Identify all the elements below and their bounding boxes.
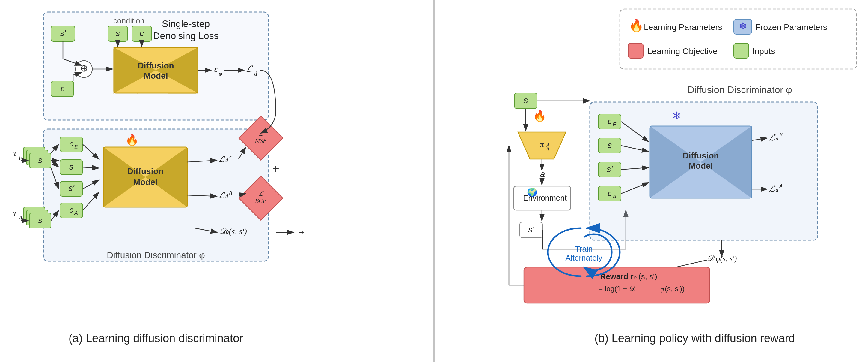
svg-text:🌍: 🌍	[527, 187, 537, 197]
svg-text:𝓛: 𝓛	[769, 132, 776, 142]
svg-text:(s, s'): (s, s')	[639, 272, 657, 281]
svg-line-86	[51, 144, 59, 153]
svg-text:s: s	[608, 140, 612, 150]
svg-text:c: c	[608, 117, 612, 126]
svg-rect-54	[60, 181, 83, 196]
svg-line-34	[73, 73, 82, 75]
svg-text:E: E	[779, 132, 782, 138]
svg-line-59	[83, 144, 99, 159]
svg-text:Inputs: Inputs	[752, 47, 775, 56]
svg-text:Alternately: Alternately	[565, 253, 602, 262]
svg-text:Model: Model	[133, 177, 158, 187]
svg-text:A: A	[229, 190, 232, 196]
svg-text:⊕: ⊕	[80, 63, 88, 74]
svg-text:d: d	[225, 193, 228, 199]
svg-rect-126	[520, 222, 542, 238]
svg-line-85	[51, 211, 59, 221]
svg-text:s': s'	[60, 29, 66, 38]
svg-rect-140	[598, 138, 621, 153]
svg-text:ε: ε	[214, 64, 217, 74]
svg-marker-18	[156, 48, 198, 93]
svg-text:φ: φ	[633, 274, 637, 280]
svg-rect-107	[734, 19, 752, 34]
svg-text:τ: τ	[13, 147, 17, 158]
svg-text:φ: φ	[219, 70, 222, 77]
svg-text:A: A	[546, 142, 550, 148]
svg-marker-14	[114, 48, 198, 93]
svg-text:s: s	[38, 156, 42, 165]
svg-text:Reward r: Reward r	[600, 272, 633, 281]
svg-text:Diffusion: Diffusion	[682, 151, 719, 160]
svg-text:s': s'	[528, 225, 534, 234]
svg-text:ε: ε	[61, 83, 64, 93]
svg-rect-43	[29, 153, 51, 168]
svg-rect-49	[60, 137, 83, 152]
svg-text:MSE: MSE	[255, 137, 267, 144]
svg-text:Diffusion: Diffusion	[127, 167, 163, 176]
svg-text:c: c	[69, 205, 73, 214]
svg-text:s: s	[38, 216, 42, 225]
svg-text:π: π	[540, 140, 544, 149]
svg-text:Train: Train	[575, 244, 593, 253]
svg-rect-136	[590, 102, 818, 240]
svg-rect-6	[108, 26, 128, 41]
svg-text:BCE: BCE	[255, 197, 267, 204]
svg-text:(a) Learning diffusion discrim: (a) Learning diffusion discriminator	[69, 332, 243, 344]
svg-text:🔥: 🔥	[533, 109, 547, 122]
svg-text:Model: Model	[689, 161, 713, 170]
svg-rect-110	[628, 43, 643, 58]
svg-rect-19	[114, 48, 198, 93]
svg-rect-47	[29, 213, 51, 228]
svg-text:𝓛: 𝓛	[218, 154, 225, 164]
svg-text:Single-step: Single-step	[162, 18, 210, 29]
svg-rect-42	[26, 150, 48, 165]
svg-marker-66	[145, 147, 187, 207]
svg-text:Model: Model	[144, 71, 168, 80]
svg-text:s': s'	[607, 165, 613, 174]
svg-text:a: a	[540, 169, 545, 179]
svg-rect-0	[43, 12, 268, 120]
svg-text:Diffusion Discriminator φ: Diffusion Discriminator φ	[687, 84, 792, 95]
svg-text:d: d	[225, 157, 228, 163]
svg-rect-41	[23, 147, 45, 162]
svg-text:condition: condition	[113, 16, 145, 25]
svg-line-87	[51, 161, 59, 167]
svg-line-29	[63, 59, 82, 65]
svg-text:❄: ❄	[739, 21, 747, 31]
svg-text:(b) Learning policy with diffu: (b) Learning policy with diffusion rewar…	[595, 332, 795, 344]
svg-line-156	[621, 167, 649, 170]
svg-text:E: E	[18, 154, 23, 162]
svg-marker-17	[114, 48, 156, 93]
svg-line-61	[83, 180, 99, 189]
svg-marker-65	[103, 147, 145, 207]
svg-line-77	[187, 195, 217, 196]
svg-text:Denoising Loss: Denoising Loss	[153, 30, 219, 41]
svg-line-164	[752, 138, 767, 140]
svg-text:A: A	[74, 210, 78, 216]
svg-text:d: d	[776, 187, 779, 193]
svg-rect-112	[734, 43, 749, 58]
svg-text:E: E	[229, 154, 232, 160]
svg-text:𝒟: 𝒟	[219, 227, 227, 236]
svg-marker-150	[701, 126, 752, 198]
svg-line-88	[51, 168, 59, 189]
svg-text:𝓛: 𝓛	[769, 184, 776, 193]
svg-text:φ(s, s'): φ(s, s')	[716, 254, 737, 263]
svg-rect-67	[103, 147, 187, 207]
svg-text:φ: φ	[660, 286, 664, 293]
svg-rect-89	[239, 116, 283, 160]
svg-text:Learning Objective: Learning Objective	[647, 47, 717, 56]
svg-text:→: →	[297, 227, 305, 236]
svg-text:A: A	[779, 183, 783, 189]
svg-rect-144	[598, 186, 621, 201]
svg-text:E: E	[74, 144, 78, 150]
svg-rect-8	[132, 26, 152, 41]
svg-rect-123	[514, 186, 571, 210]
svg-rect-45	[23, 207, 45, 222]
svg-text:Learning Parameters: Learning Parameters	[644, 23, 722, 32]
svg-rect-15	[114, 48, 198, 93]
svg-text:θ: θ	[547, 146, 549, 152]
svg-text:🔥: 🔥	[125, 133, 139, 146]
svg-rect-170	[524, 267, 710, 303]
svg-text:= log(1 − 𝒟: = log(1 − 𝒟	[598, 284, 635, 293]
